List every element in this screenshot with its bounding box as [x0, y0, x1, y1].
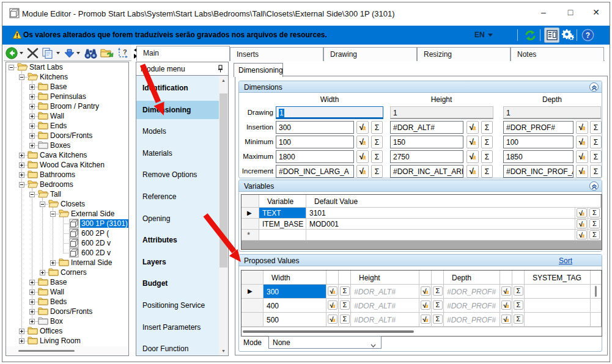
tree-item[interactable]: 600 2D v: [6, 248, 128, 258]
menu-item-positioning-service[interactable]: Positioning Service: [136, 296, 219, 315]
minimize-button[interactable]: –: [531, 3, 556, 23]
tree-item-label[interactable]: Bedrooms: [39, 180, 75, 189]
table-vscrollbar[interactable]: [591, 285, 601, 299]
formula-button[interactable]: √a: [576, 165, 588, 178]
variable-cell[interactable]: [259, 230, 306, 241]
sum-button[interactable]: Σ: [340, 300, 350, 310]
module-menu-scrollbar[interactable]: ▲ ▼: [219, 76, 228, 355]
tab-notes[interactable]: Notes: [511, 47, 604, 61]
move-down-button[interactable]: [64, 49, 75, 60]
collapse-icon[interactable]: [589, 82, 599, 92]
scroll-thumb[interactable]: [219, 93, 227, 268]
sum-button[interactable]: Σ: [433, 315, 443, 324]
sum-button[interactable]: Σ: [340, 315, 350, 324]
formula-button[interactable]: √a: [577, 219, 587, 228]
tree-item-label[interactable]: Broom / Pantry: [49, 102, 100, 111]
tree-item[interactable]: Bathrooms: [6, 170, 128, 180]
dim-input[interactable]: 300: [276, 121, 354, 134]
formula-button[interactable]: √a: [356, 165, 369, 178]
formula-button[interactable]: √a: [466, 150, 479, 163]
tree-item-label[interactable]: Corners: [59, 268, 88, 277]
table-vscrollbar[interactable]: [591, 299, 601, 313]
tree-item-label[interactable]: Wall: [49, 112, 65, 120]
sum-button[interactable]: Σ: [371, 150, 383, 163]
tree-expand-icon[interactable]: [29, 114, 35, 119]
tree-item-label[interactable]: Boxes: [49, 141, 72, 150]
tree-expand-icon[interactable]: [29, 289, 35, 295]
tag-cell[interactable]: [525, 313, 591, 327]
tree-item[interactable]: Boxes: [6, 140, 128, 150]
menu-item-insert-parameters[interactable]: Insert Parameters: [136, 318, 219, 337]
sum-button[interactable]: Σ: [514, 300, 523, 310]
tree-item-label[interactable]: Cava Kitchens: [39, 151, 88, 159]
export-folder-button[interactable]: [100, 47, 114, 62]
sum-button[interactable]: Σ: [481, 121, 493, 134]
tree-item[interactable]: Kitchens: [6, 72, 128, 82]
tree-expand-icon[interactable]: [29, 94, 35, 100]
sum-button[interactable]: Σ: [590, 121, 602, 134]
width-cell[interactable]: 500: [264, 313, 326, 327]
form-icon[interactable]: [547, 30, 558, 43]
sum-button[interactable]: Σ: [481, 136, 493, 148]
depth-cell[interactable]: #DOR_PROF#: [444, 285, 500, 299]
formula-button[interactable]: √a: [466, 136, 479, 148]
tab-main[interactable]: Main: [136, 46, 230, 61]
tree-item[interactable]: Offices: [6, 326, 128, 336]
tree-item[interactable]: Broom / Pantry: [6, 101, 128, 111]
help-icon[interactable]: ?: [581, 29, 594, 44]
sum-button[interactable]: Σ: [433, 300, 443, 310]
tree-expand-icon[interactable]: [29, 280, 35, 285]
sum-button[interactable]: Σ: [371, 165, 383, 178]
tree-item-label[interactable]: Offices: [39, 327, 64, 335]
tree-expand-icon[interactable]: [19, 172, 24, 178]
tree-item[interactable]: Box: [6, 316, 128, 326]
menu-item-door-function[interactable]: Door Function: [136, 340, 219, 356]
back-dropdown-caret[interactable]: [20, 52, 23, 54]
formula-button[interactable]: √a: [501, 315, 511, 324]
maximize-button[interactable]: □: [558, 3, 583, 23]
tree-item-label[interactable]: Beds: [49, 297, 68, 306]
formula-button[interactable]: √a: [576, 150, 588, 163]
formula-button[interactable]: √a: [501, 300, 511, 310]
tree-item[interactable]: Tall: [6, 189, 128, 199]
tree-item-label[interactable]: Bathrooms: [39, 170, 76, 179]
copy-dropdown-caret[interactable]: [56, 52, 60, 54]
tree-item-label[interactable]: Internal Side: [70, 258, 113, 267]
tree-item[interactable]: Corners: [6, 268, 128, 277]
depth-cell[interactable]: #DOR_PROF#: [444, 299, 500, 313]
sum-button[interactable]: Σ: [590, 165, 602, 178]
dim-input[interactable]: 2750: [390, 150, 463, 163]
tree-item[interactable]: 300 1P (3101): [6, 219, 128, 228]
dim-input-drawing[interactable]: 1: [276, 106, 383, 119]
tree-item[interactable]: Doors/Fronts: [6, 131, 128, 140]
back-button[interactable]: [6, 47, 18, 62]
tree-collapse-icon[interactable]: [29, 192, 35, 197]
tree-item-label[interactable]: Doors/Fronts: [49, 307, 94, 316]
width-cell[interactable]: 300: [264, 285, 326, 299]
page-tab-dimensioning[interactable]: Dimensioning: [234, 63, 283, 77]
tree-item[interactable]: Internal Side: [6, 258, 128, 268]
menu-item-budget[interactable]: Budget: [136, 274, 219, 293]
sum-button[interactable]: Σ: [481, 165, 493, 178]
dependency-help-button[interactable]: ?: [117, 47, 130, 62]
formula-button[interactable]: √a: [421, 315, 430, 324]
menu-item-materials[interactable]: Materials: [136, 144, 219, 162]
dim-input[interactable]: 1850: [503, 150, 573, 163]
tree-item[interactable]: Wall: [6, 287, 128, 297]
tree-item-label[interactable]: 600 2D v: [80, 239, 112, 247]
sum-button[interactable]: Σ: [340, 286, 350, 296]
row-marker[interactable]: ▶: [241, 208, 259, 219]
tree-item[interactable]: 600 2D v: [6, 238, 128, 248]
scroll-up-icon[interactable]: ▲: [219, 76, 228, 85]
sum-button[interactable]: Σ: [481, 150, 493, 163]
tree-item[interactable]: Bedrooms: [6, 180, 128, 189]
tab-drawing[interactable]: Drawing: [323, 47, 417, 61]
close-button[interactable]: ✕: [584, 3, 608, 23]
tree-expand-icon[interactable]: [29, 319, 35, 324]
collapse-icon[interactable]: [589, 181, 599, 191]
formula-button[interactable]: √a: [501, 286, 511, 296]
tree-item-label[interactable]: Ends: [49, 122, 68, 130]
formula-button[interactable]: √a: [466, 121, 479, 134]
tree-item[interactable]: Doors/Fronts: [6, 307, 128, 316]
language-caret-icon[interactable]: [488, 34, 493, 37]
